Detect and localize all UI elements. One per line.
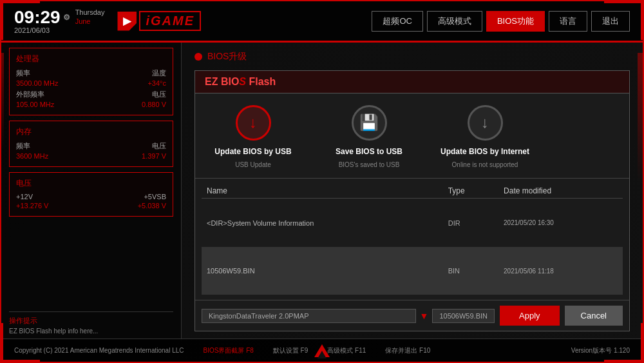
save-bios-usb-desc: BIOS's saved to USB [339,161,400,168]
mem-freq-value: 3600 MHz [16,152,48,160]
ez-bios-title: EZ BIOS Flash [205,76,276,87]
row1-name: <DIR>System Volume Information [202,199,443,248]
v12-value: +13.276 V [16,202,48,210]
save-bios-usb-option[interactable]: 💾 Save BIOS to USB BIOS's saved to USB [317,103,421,168]
drive-name: KingstonDataTraveler 2.0PMAP [202,309,416,323]
footer-center [314,344,330,357]
cpu-freq-value-row: 3500.00 MHz +34°c [16,79,166,87]
ez-bios-options: ↓ Update BIOS by USB USB Update 💾 [195,93,629,179]
footer-advanced-mode: 高级模式 F11 [327,346,366,355]
memory-card-title: 内存 [16,126,166,137]
row2-date: 2021/05/06 11:18 [498,247,623,295]
side-deco-left [1,53,4,150]
update-bios-internet-option[interactable]: ↓ Update BIOS by Internet Online is not … [433,103,536,168]
row1-type: DIR [443,199,498,248]
update-bios-internet-desc: Online is not supported [452,161,518,168]
power-label-row: +12V +5VSB [16,193,166,201]
tab-advanced[interactable]: 高级模式 [427,11,482,32]
month-name: June [75,17,105,26]
power-card-title: 电压 [16,178,166,189]
power-value-row: +13.276 V +5.038 V [16,202,166,210]
logo-section: ▶ iGAME [117,11,201,31]
corner-bl [1,323,40,362]
left-sidebar: 处理器 频率 温度 3500.00 MHz +34°c 外部频率 电压 105.… [1,41,182,341]
col-type: Type [443,184,498,199]
drive-selector: KingstonDataTraveler 2.0PMAP ▼ 10506W59.… [202,309,495,323]
panel-bottom: KingstonDataTraveler 2.0PMAP ▼ 10506W59.… [195,300,629,331]
col-name: Name [202,184,443,199]
file-name-display: 10506W59.BIN [432,309,495,323]
tab-bios[interactable]: BIOS功能 [486,11,545,32]
ez-bios-header: EZ BIOS Flash [195,71,629,93]
table-row[interactable]: 10506W59.BIN BIN 2021/05/06 11:18 [202,247,623,295]
mem-freq-label: 频率 [16,141,30,151]
update-bios-usb-name: Update BIOS by USB [214,147,291,156]
save-bios-usb-icon: 💾 [350,103,388,142]
mem-voltage-value: 1.397 V [142,152,166,160]
cpu-temp-label: 温度 [152,68,166,78]
update-bios-usb-desc: USB Update [235,161,271,168]
table-row[interactable]: <DIR>System Volume Information DIR 2021/… [202,199,623,248]
corner-tl [1,1,40,40]
update-bios-usb-icon: ↓ [234,103,272,142]
power-card: 电压 +12V +5VSB +13.276 V +5.038 V [9,172,173,217]
apply-button[interactable]: Apply [500,306,560,326]
bios-upgrade-title: BIOS升级 [194,51,630,63]
file-table: Name Type Date modified <DIR>System Volu… [202,184,623,295]
footer-default-settings: 默认设置 F9 [273,346,308,355]
main-container: 09:29 ⚙ Thursday June 2021/06/03 ▶ iGAME… [0,0,644,363]
nav-tabs: 超频OC 高级模式 BIOS功能 语言 退出 [372,11,630,32]
corner-br [604,323,643,362]
cpu-voltage-value: 0.880 V [142,101,166,108]
red-accent-top [1,41,643,43]
cpu-voltage-label: 电压 [152,90,166,99]
cpu-ext-freq-value: 105.00 MHz [16,101,54,108]
row1-date: 2021/05/20 16:30 [498,199,623,248]
cpu-card-title: 处理器 [16,54,166,64]
usb-download-icon: ↓ [236,105,271,141]
footer-save-exit: 保存并退出 F10 [385,346,430,355]
cpu-ext-freq-label: 外部频率 [16,90,44,99]
cpu-freq-value: 3500.00 MHz [16,79,58,87]
cpu-ext-value-row: 105.00 MHz 0.880 V [16,101,166,108]
save-bios-usb-name: Save BIOS to USB [336,147,402,156]
day-of-week: Thursday [75,8,105,17]
v5sb-label: +5VSB [144,193,166,201]
mem-voltage-label: 电压 [152,141,166,151]
memory-card: 内存 频率 电压 3600 MHz 1.397 V [9,121,173,167]
col-date: Date modified [498,184,623,199]
update-bios-internet-name: Update BIOS by Internet [440,147,529,156]
cpu-temp-value: +34°c [147,79,166,87]
header: 09:29 ⚙ Thursday June 2021/06/03 ▶ iGAME… [1,1,643,41]
row2-name: 10506W59.BIN [202,247,443,295]
cpu-card: 处理器 频率 温度 3500.00 MHz +34°c 外部频率 电压 105.… [9,48,173,115]
tab-language[interactable]: 语言 [549,11,587,32]
internet-download-icon: ↓ [468,105,503,141]
ez-bios-panel: EZ BIOS Flash ↓ Update BIOS by USB USB U… [194,70,630,331]
content-area: 处理器 频率 温度 3500.00 MHz +34°c 外部频率 电压 105.… [1,41,643,341]
logo-icon: ▶ [117,12,137,31]
tab-overclock[interactable]: 超频OC [372,11,423,32]
footer: Copyright (C) 2021 American Megatrends I… [1,338,643,362]
mem-label-row: 频率 电压 [16,141,166,151]
drive-arrow-icon: ▼ [420,311,429,321]
cpu-ext-row: 外部频率 电压 [16,90,166,99]
cpu-freq-row: 频率 温度 [16,68,166,78]
usb-save-icon: 💾 [352,105,387,141]
gear-icon: ⚙ [63,14,70,21]
footer-triangle-inner [317,351,327,358]
mem-value-row: 3600 MHz 1.397 V [16,152,166,160]
v5sb-value: +5.038 V [138,202,166,210]
logo-igame: iGAME [139,11,201,31]
row2-type: BIN [443,247,498,295]
cpu-freq-label: 频率 [16,68,30,78]
v12-label: +12V [16,193,33,201]
right-panel: BIOS升级 EZ BIOS Flash ↓ [182,41,643,341]
footer-bios-screen: BIOS界面截屏 F8 [203,346,253,355]
update-bios-usb-option[interactable]: ↓ Update BIOS by USB USB Update [202,103,305,168]
side-deco-right [638,53,643,182]
corner-tr [604,1,643,40]
update-bios-internet-icon: ↓ [466,103,504,142]
file-table-container: Name Type Date modified <DIR>System Volu… [195,179,629,300]
